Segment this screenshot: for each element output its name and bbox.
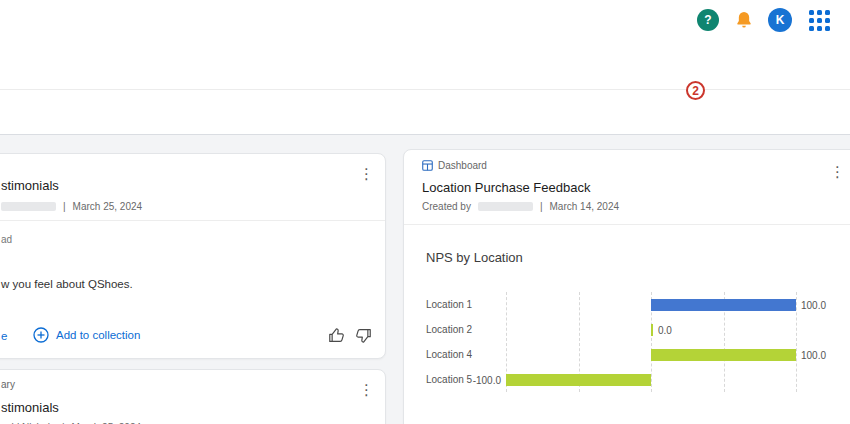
help-icon[interactable]: ?	[697, 9, 719, 31]
card-title[interactable]: stimonials	[1, 400, 59, 415]
user-avatar[interactable]: K	[768, 8, 792, 32]
collection-content: ⋮ stimonials | March 25, 2024 ad w you f…	[0, 134, 850, 424]
document-card-summary: ary ⋮ stimonials avid Nichols | March 25…	[0, 369, 386, 424]
app-launcher-icon[interactable]	[809, 10, 830, 31]
redacted-author-name	[1, 202, 56, 211]
chart-row: Location 5-100.0	[426, 367, 796, 392]
add-to-collection-button[interactable]: Add to collection	[33, 327, 140, 343]
card-date: March 14, 2024	[550, 201, 620, 212]
gridline	[796, 292, 797, 392]
nps-chart-rows: Location 1100.0Location 20.0Location 410…	[426, 292, 796, 392]
chart-category-label: Location 4	[426, 349, 506, 360]
document-card-testimonials: ⋮ stimonials | March 25, 2024 ad w you f…	[0, 153, 386, 359]
card-kebab-menu-icon[interactable]: ⋮	[830, 164, 845, 179]
filter-bar: nt type All Timeframe All	[0, 90, 850, 134]
chart-bar	[651, 349, 796, 361]
card-upper-text-fragment: ad	[1, 234, 12, 245]
thumbs-down-icon[interactable]	[354, 326, 373, 345]
app-screen: ? K omer Sentiment for Shoes	[0, 0, 850, 424]
dashboard-card-location-purchase-feedback: Dashboard ⋮ Location Purchase Feedback C…	[403, 149, 850, 424]
card-byline: Created by | March 14, 2024	[422, 201, 619, 212]
chart-row: Location 4100.0	[426, 342, 796, 367]
plus-circle-icon	[33, 327, 49, 343]
byline-separator: |	[540, 201, 543, 212]
card-body-text: w you feel about QShoes.	[1, 278, 133, 290]
card-type-fragment: ary	[1, 379, 15, 390]
notifications-bell-icon[interactable]	[734, 10, 754, 30]
card-kebab-menu-icon[interactable]: ⋮	[359, 382, 374, 397]
chart-value-label: -100.0	[473, 374, 501, 385]
bell-icon	[734, 10, 754, 30]
chart-bar	[651, 299, 796, 311]
card-action-row: e Add to collection	[0, 326, 385, 350]
created-by-label: Created by	[422, 201, 471, 212]
chart-value-label: 100.0	[801, 299, 826, 310]
chart-category-label: Location 1	[426, 299, 506, 310]
card-title[interactable]: stimonials	[1, 178, 59, 193]
thumbs-up-icon[interactable]	[327, 326, 346, 345]
chart-title: NPS by Location	[426, 250, 523, 265]
card-divider	[404, 224, 850, 225]
dashboard-icon	[422, 160, 433, 171]
chart-bar	[506, 374, 651, 386]
byline-separator: |	[63, 201, 66, 212]
annotation-step-badge: 2	[686, 81, 705, 100]
card-title[interactable]: Location Purchase Feedback	[422, 180, 590, 195]
card-divider	[0, 220, 385, 221]
redacted-author-name	[478, 202, 533, 211]
chart-row: Location 20.0	[426, 317, 796, 342]
add-to-collection-label: Add to collection	[56, 329, 140, 341]
chart-value-label: 0.0	[658, 324, 672, 335]
nps-chart: Location 1100.0Location 20.0Location 410…	[426, 292, 796, 392]
card-link-fragment[interactable]: e	[1, 330, 7, 342]
chart-bar	[651, 324, 653, 336]
chart-category-label: Location 2	[426, 324, 506, 335]
card-date: March 25, 2024	[73, 201, 143, 212]
card-kebab-menu-icon[interactable]: ⋮	[359, 166, 374, 181]
collection-header: omer Sentiment for Shoes Hide Filters i …	[0, 40, 850, 90]
chart-value-label: 100.0	[801, 349, 826, 360]
card-byline: | March 25, 2024	[1, 201, 142, 212]
chart-row: Location 1100.0	[426, 292, 796, 317]
top-bar: ? K	[0, 0, 850, 40]
card-type-text: Dashboard	[438, 160, 487, 171]
card-type-label: Dashboard	[422, 160, 487, 171]
